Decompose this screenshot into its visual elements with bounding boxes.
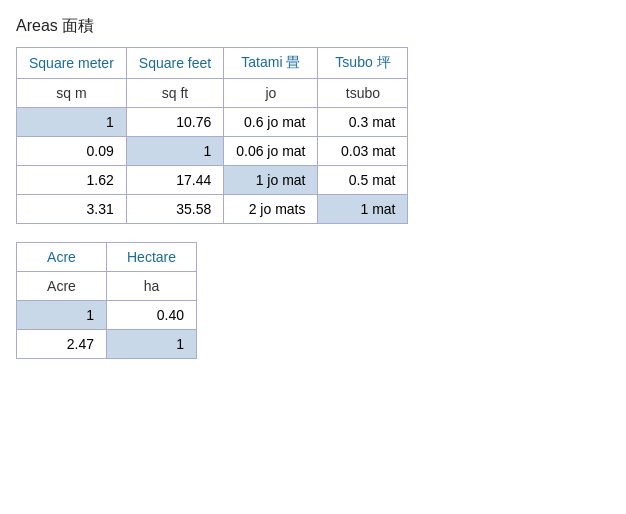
small-col-header-0: Acre <box>17 243 107 272</box>
main-col-header-0: Square meter <box>17 48 127 79</box>
main-data-row: 110.760.6 jo mat0.3 mat <box>17 108 408 137</box>
main-data-row: 3.3135.582 jo mats1 mat <box>17 195 408 224</box>
main-cell-3-0: 3.31 <box>17 195 127 224</box>
main-cell-0-2: 0.6 jo mat <box>224 108 318 137</box>
main-table: Square meterSquare feetTatami 畳Tsubo 坪 s… <box>16 47 408 224</box>
main-col-header-1: Square feet <box>126 48 223 79</box>
main-unit-row: sq msq ftjotsubo <box>17 79 408 108</box>
small-cell-1-0: 2.47 <box>17 330 107 359</box>
main-cell-1-0: 0.09 <box>17 137 127 166</box>
main-cell-3-2: 2 jo mats <box>224 195 318 224</box>
main-unit-0: sq m <box>17 79 127 108</box>
main-unit-2: jo <box>224 79 318 108</box>
small-table: AcreHectare Acreha10.402.471 <box>16 242 197 359</box>
small-data-row: 10.40 <box>17 301 197 330</box>
main-col-header-3: Tsubo 坪 <box>318 48 408 79</box>
main-cell-3-3: 1 mat <box>318 195 408 224</box>
small-data-row: 2.471 <box>17 330 197 359</box>
main-data-row: 1.6217.441 jo mat0.5 mat <box>17 166 408 195</box>
main-cell-0-3: 0.3 mat <box>318 108 408 137</box>
small-cell-0-1: 0.40 <box>107 301 197 330</box>
small-cell-1-1: 1 <box>107 330 197 359</box>
main-cell-2-3: 0.5 mat <box>318 166 408 195</box>
main-unit-1: sq ft <box>126 79 223 108</box>
main-cell-2-0: 1.62 <box>17 166 127 195</box>
small-unit-0: Acre <box>17 272 107 301</box>
main-cell-0-1: 10.76 <box>126 108 223 137</box>
main-cell-3-1: 35.58 <box>126 195 223 224</box>
small-header-row: AcreHectare <box>17 243 197 272</box>
main-col-header-2: Tatami 畳 <box>224 48 318 79</box>
small-unit-1: ha <box>107 272 197 301</box>
main-data-row: 0.0910.06 jo mat0.03 mat <box>17 137 408 166</box>
main-cell-1-1: 1 <box>126 137 223 166</box>
page-title: Areas 面積 <box>16 16 610 37</box>
main-cell-2-2: 1 jo mat <box>224 166 318 195</box>
main-cell-1-2: 0.06 jo mat <box>224 137 318 166</box>
main-unit-3: tsubo <box>318 79 408 108</box>
small-cell-0-0: 1 <box>17 301 107 330</box>
main-cell-1-3: 0.03 mat <box>318 137 408 166</box>
main-cell-0-0: 1 <box>17 108 127 137</box>
header-row: Square meterSquare feetTatami 畳Tsubo 坪 <box>17 48 408 79</box>
small-unit-row: Acreha <box>17 272 197 301</box>
main-cell-2-1: 17.44 <box>126 166 223 195</box>
small-col-header-1: Hectare <box>107 243 197 272</box>
